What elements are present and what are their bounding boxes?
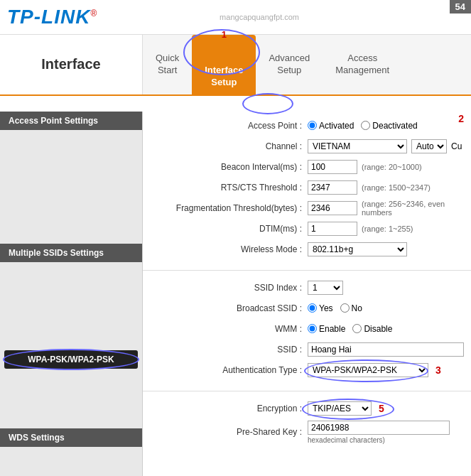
- frag-value: (range: 256~2346, even numbers: [308, 200, 462, 217]
- wireless-mode-label: Wireless Mode :: [151, 244, 308, 254]
- annotation-3: 3: [435, 364, 441, 376]
- nav-advanced-setup[interactable]: Advanced Setup: [256, 47, 323, 82]
- broadcast-yes-label[interactable]: Yes: [308, 303, 333, 313]
- ap-deactivated-label[interactable]: Deactivated: [361, 121, 417, 131]
- divider-2: [143, 391, 471, 391]
- channel-select[interactable]: VIETNAM: [308, 139, 407, 153]
- sub-nav-internet[interactable]: Internet: [143, 96, 198, 112]
- channel-row: Channel : VIETNAM Auto Cu: [151, 138, 462, 155]
- logo-tp: TP-LINK: [7, 6, 90, 28]
- sidebar-section-ap: Access Point Settings: [0, 112, 142, 130]
- watermark: mangcapquangfpt.com: [220, 13, 299, 21]
- wmm-enable-label[interactable]: Enable: [308, 324, 345, 334]
- psk-value: hexadecimal characters): [308, 421, 462, 444]
- wmm-disable-label[interactable]: Disable: [352, 324, 392, 334]
- wmm-enable-radio[interactable]: [308, 324, 317, 333]
- beacon-input[interactable]: [308, 160, 357, 174]
- wmm-row: WMM : Enable Disable: [151, 320, 462, 337]
- nav-quick-start[interactable]: Quick Start: [143, 47, 192, 82]
- auth-type-label: Authentication Type :: [151, 365, 308, 375]
- dtim-hint: (range: 1~255): [362, 225, 413, 233]
- wmm-disable-text: Disable: [364, 324, 392, 334]
- psk-input[interactable]: [308, 421, 450, 435]
- logo-reg: ®: [90, 9, 97, 18]
- rts-input[interactable]: [308, 180, 357, 195]
- sidebar-interface-label: Interface: [0, 35, 143, 94]
- rts-hint: (range: 1500~2347): [362, 183, 431, 192]
- sidebar: Access Point Settings Multiple SSIDs Set…: [0, 112, 143, 476]
- auth-type-value: WPA-PSK/WPA2-PSK 3: [308, 363, 462, 377]
- wmm-enable-text: Enable: [319, 324, 345, 334]
- logo: TP-LINK®: [7, 6, 97, 28]
- sidebar-section-ssids: Multiple SSIDs Settings: [0, 244, 142, 262]
- rts-value: (range: 1500~2347): [308, 180, 462, 195]
- ssids-settings-form: SSID Index : 1 Broadcast SSID : Yes: [143, 274, 471, 388]
- frag-row: Fragmentation Threshold(bytes) : (range:…: [151, 200, 462, 217]
- ssid-value: [308, 342, 464, 357]
- frag-label: Fragmentation Threshold(bytes) :: [151, 203, 308, 213]
- ap-deactivated-text: Deactivated: [372, 121, 417, 131]
- ap-radio-group: Activated Deactivated: [308, 121, 462, 131]
- nav-bar: Interface Quick Start 1 Interface Setup …: [0, 35, 471, 96]
- broadcast-radio-group: Yes No: [308, 303, 462, 313]
- psk-label: Pre-Shared Key :: [151, 427, 308, 437]
- psk-row: Pre-Shared Key : hexadecimal characters): [151, 421, 462, 444]
- dtim-row: DTIM(ms) : (range: 1~255): [151, 220, 462, 237]
- broadcast-no-radio[interactable]: [340, 303, 350, 313]
- dtim-label: DTIM(ms) :: [151, 224, 308, 234]
- ap-deactivated-radio[interactable]: [361, 121, 370, 130]
- broadcast-ssid-label: Broadcast SSID :: [151, 303, 308, 313]
- ssid-index-row: SSID Index : 1: [151, 279, 462, 296]
- broadcast-no-text: No: [352, 303, 362, 313]
- ssid-input[interactable]: [308, 342, 464, 357]
- auth-type-select[interactable]: WPA-PSK/WPA2-PSK: [308, 363, 428, 377]
- ap-activated-label[interactable]: Activated: [308, 121, 354, 131]
- encryption-select[interactable]: TKIP/AES: [308, 401, 372, 416]
- enc-wrapper: TKIP/AES: [308, 401, 372, 416]
- broadcast-no-label[interactable]: No: [340, 303, 362, 313]
- ssid-index-select[interactable]: 1: [308, 281, 343, 295]
- psk-hint: hexadecimal characters): [308, 436, 450, 444]
- beacon-hint: (range: 20~1000): [362, 163, 422, 171]
- beacon-row: Beacon Interval(ms) : (range: 20~1000): [151, 158, 462, 175]
- encryption-label: Encryption :: [151, 404, 308, 413]
- auth-row-wrapper: WPA-PSK/WPA2-PSK: [308, 363, 428, 377]
- wpa-form: Encryption : TKIP/AES 5 Pre-Shared Key :: [143, 394, 471, 453]
- annotation-5: 5: [379, 403, 384, 414]
- wmm-radio-group: Enable Disable: [308, 324, 462, 334]
- frag-hint: (range: 256~2346, even numbers: [362, 200, 462, 217]
- wireless-mode-value: 802.11b+g: [308, 242, 462, 256]
- wireless-mode-select[interactable]: 802.11b+g: [308, 242, 407, 256]
- ap-activated-text: Activated: [319, 121, 354, 131]
- nav-items: Quick Start 1 Interface Setup Advanced S…: [143, 35, 471, 94]
- sub-nav-wireless[interactable]: Wireless: [241, 96, 302, 112]
- broadcast-ssid-row: Broadcast SSID : Yes No: [151, 300, 462, 317]
- nav-access-management[interactable]: Access Management: [323, 47, 402, 82]
- dtim-input[interactable]: [308, 222, 357, 236]
- broadcast-yes-text: Yes: [319, 303, 333, 313]
- beacon-value: (range: 20~1000): [308, 160, 462, 174]
- wmm-disable-radio[interactable]: [352, 324, 362, 333]
- sidebar-spacer-1: [0, 130, 142, 244]
- sub-nav-lan[interactable]: LAN: [198, 96, 241, 112]
- broadcast-yes-radio[interactable]: [308, 303, 317, 313]
- ap-label: Access Point :: [151, 121, 308, 131]
- channel-auto-select[interactable]: Auto: [411, 139, 447, 153]
- frag-input[interactable]: [308, 201, 357, 215]
- channel-value: VIETNAM Auto Cu: [308, 139, 462, 153]
- wireless-mode-row: Wireless Mode : 802.11b+g: [151, 241, 462, 258]
- rts-row: RTS/CTS Threshold : (range: 1500~2347): [151, 179, 462, 196]
- rts-label: RTS/CTS Threshold :: [151, 183, 308, 193]
- dtim-value: (range: 1~255): [308, 222, 462, 236]
- divider-1: [143, 270, 471, 271]
- content-area: Access Point : Activated Deactivated Cha…: [143, 112, 471, 476]
- ap-row: Access Point : Activated Deactivated: [151, 117, 462, 134]
- sidebar-spacer-3: [0, 372, 142, 428]
- annotation-1: 1: [222, 29, 227, 41]
- ssid-index-label: SSID Index :: [151, 283, 308, 293]
- header: TP-LINK® mangcapquangfpt.com 54: [0, 0, 471, 35]
- ap-activated-radio[interactable]: [308, 121, 317, 130]
- beacon-label: Beacon Interval(ms) :: [151, 162, 308, 172]
- nav-interface-setup[interactable]: 1 Interface Setup: [192, 35, 256, 94]
- wpa-section-sidebar: WPA-PSK/WPA2-PSK: [4, 350, 138, 369]
